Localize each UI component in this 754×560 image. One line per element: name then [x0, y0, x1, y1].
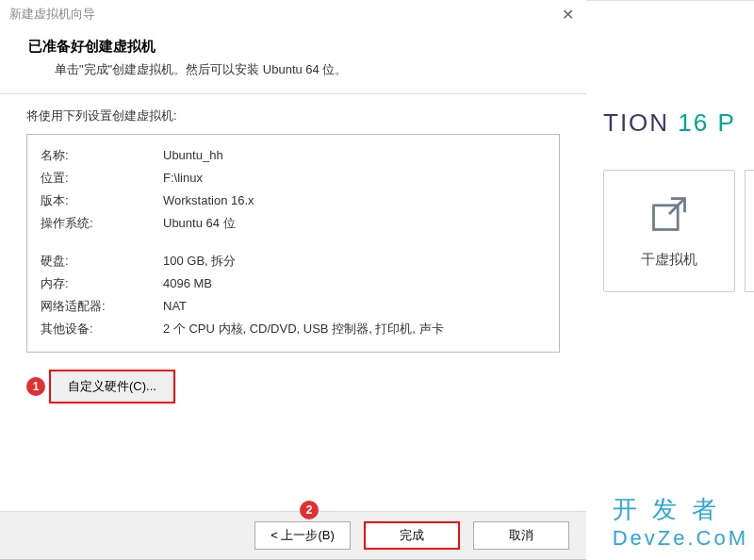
row-value: Ubuntu_hh [163, 144, 546, 167]
customize-row: 1 自定义硬件(C)... [26, 370, 560, 404]
close-button[interactable]: ✕ [549, 0, 586, 28]
row-key: 版本: [41, 189, 163, 212]
dialog-body: 将使用下列设置创建虚拟机: 名称:Ubuntu_hh 位置:F:\linux 版… [0, 94, 586, 404]
finish-button[interactable]: 完成 [364, 521, 460, 550]
dialog-footer: 2 < 上一步(B) 完成 取消 [0, 511, 586, 559]
product-brand-text: TION 16 P [603, 108, 736, 138]
row-key: 内存: [41, 272, 163, 295]
summary-row: 版本:Workstation 16.x [41, 189, 546, 212]
row-value: Workstation 16.x [163, 189, 546, 212]
brand-part1: TION [603, 108, 678, 137]
row-value: 100 GB, 拆分 [163, 250, 546, 272]
dialog-heading: 已准备好创建虚拟机 [28, 38, 558, 56]
summary-row: 名称:Ubuntu_hh [41, 144, 546, 167]
annotation-marker-1: 1 [26, 377, 45, 396]
settings-label: 将使用下列设置创建虚拟机: [26, 107, 560, 124]
close-icon: ✕ [562, 6, 574, 24]
tile-label: 干虚拟机 [641, 251, 697, 269]
summary-row: 操作系统:Ubuntu 64 位 [41, 212, 546, 235]
brand-part2: 16 P [678, 108, 736, 137]
cancel-button[interactable]: 取消 [473, 521, 569, 550]
row-value: F:\linux [163, 167, 546, 189]
row-value: 4096 MB [163, 272, 546, 295]
summary-row: 位置:F:\linux [41, 167, 546, 189]
dialog-subtitle: 单击"完成"创建虚拟机。然后可以安装 Ubuntu 64 位。 [28, 61, 558, 78]
row-key: 网络适配器: [41, 295, 163, 318]
open-external-icon [648, 193, 690, 238]
annotation-marker-2: 2 [300, 501, 319, 519]
row-value: NAT [163, 295, 546, 318]
row-key: 名称: [41, 144, 163, 167]
open-vm-tile[interactable]: 干虚拟机 [603, 170, 735, 292]
row-key: 位置: [41, 167, 163, 189]
new-vm-wizard-dialog: 新建虚拟机向导 ✕ 已准备好创建虚拟机 单击"完成"创建虚拟机。然后可以安装 U… [0, 0, 586, 560]
row-key: 其他设备: [41, 318, 163, 340]
summary-row: 网络适配器:NAT [41, 295, 546, 318]
summary-row: 其他设备:2 个 CPU 内核, CD/DVD, USB 控制器, 打印机, 声… [41, 318, 546, 340]
dialog-header: 已准备好创建虚拟机 单击"完成"创建虚拟机。然后可以安装 Ubuntu 64 位… [0, 28, 586, 93]
summary-row: 内存:4096 MB [41, 272, 546, 295]
customize-hardware-button[interactable]: 自定义硬件(C)... [49, 370, 175, 404]
row-value: 2 个 CPU 内核, CD/DVD, USB 控制器, 打印机, 声卡 [163, 318, 546, 340]
back-button[interactable]: < 上一步(B) [254, 521, 351, 550]
row-key: 硬盘: [41, 250, 163, 272]
summary-row: 硬盘:100 GB, 拆分 [41, 250, 546, 272]
settings-summary-box: 名称:Ubuntu_hh 位置:F:\linux 版本:Workstation … [26, 134, 560, 353]
dialog-title: 新建虚拟机向导 [9, 6, 95, 23]
row-key: 操作系统: [41, 212, 163, 235]
dialog-title-bar: 新建虚拟机向导 ✕ [0, 0, 586, 28]
row-value: Ubuntu 64 位 [163, 212, 546, 235]
partial-tile [745, 170, 754, 292]
